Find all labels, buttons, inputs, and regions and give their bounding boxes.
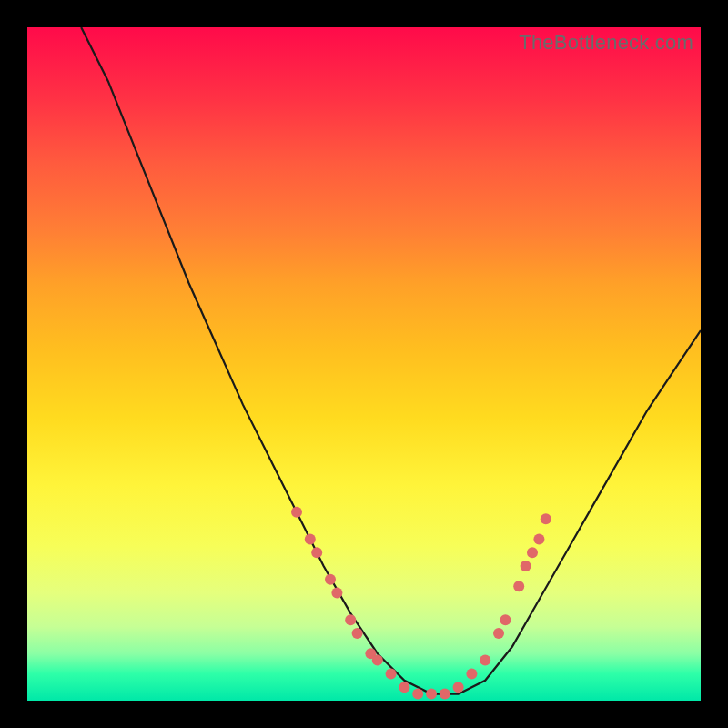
data-marker <box>305 533 316 544</box>
data-marker <box>500 614 511 625</box>
data-marker <box>345 614 356 625</box>
data-marker <box>311 547 322 558</box>
data-marker <box>331 588 342 599</box>
data-marker <box>372 655 383 666</box>
data-marker <box>480 655 490 666</box>
curve-layer <box>27 27 701 701</box>
data-marker <box>352 628 363 639</box>
data-marker <box>527 547 538 558</box>
data-marker <box>426 689 437 700</box>
data-marker <box>533 533 544 544</box>
data-marker <box>466 668 477 679</box>
plot-area: TheBottleneck.com <box>27 27 701 701</box>
data-marker <box>412 689 423 700</box>
data-marker <box>453 682 464 693</box>
data-marker <box>521 561 531 571</box>
bottleneck-curve <box>81 27 701 694</box>
data-marker <box>291 507 302 518</box>
data-marker <box>386 668 397 679</box>
data-marker <box>399 682 410 693</box>
data-marker <box>541 513 551 524</box>
data-marker <box>440 689 450 700</box>
data-marker <box>513 581 524 592</box>
chart-frame: TheBottleneck.com <box>0 0 728 728</box>
data-marker <box>325 574 336 585</box>
marker-layer <box>291 507 551 700</box>
data-marker <box>493 628 504 639</box>
watermark-text: TheBottleneck.com <box>519 31 693 55</box>
